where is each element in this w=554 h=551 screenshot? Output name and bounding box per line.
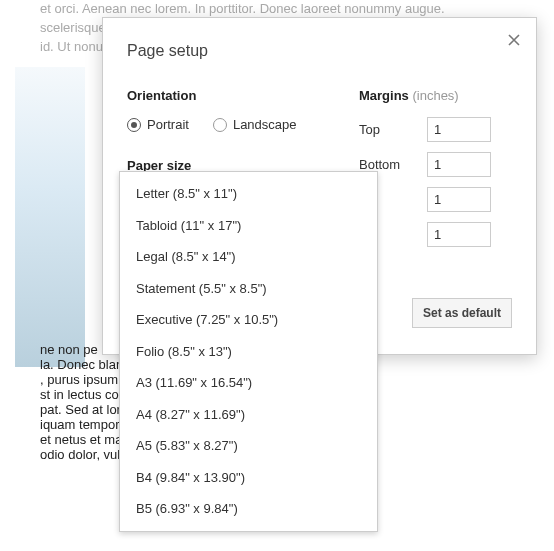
paper-size-option[interactable]: Executive (7.25" x 10.5") bbox=[120, 304, 377, 336]
radio-landscape[interactable]: Landscape bbox=[213, 117, 297, 132]
radio-icon bbox=[213, 118, 227, 132]
margin-bottom-input[interactable] bbox=[427, 152, 491, 177]
margins-label: Margins (inches) bbox=[359, 88, 512, 103]
doc-image bbox=[15, 67, 85, 367]
paper-size-option[interactable]: A4 (8.27" x 11.69") bbox=[120, 399, 377, 431]
paper-size-option[interactable]: Tabloid (11" x 17") bbox=[120, 210, 377, 242]
paper-size-option[interactable]: A5 (5.83" x 8.27") bbox=[120, 430, 377, 462]
close-icon bbox=[506, 32, 522, 48]
dialog-title: Page setup bbox=[127, 42, 512, 60]
close-button[interactable] bbox=[506, 32, 522, 48]
paper-size-option[interactable]: B4 (9.84" x 13.90") bbox=[120, 462, 377, 494]
radio-portrait[interactable]: Portrait bbox=[127, 117, 189, 132]
paper-size-option[interactable]: A3 (11.69" x 16.54") bbox=[120, 367, 377, 399]
paper-size-option[interactable]: Statement (5.5" x 8.5") bbox=[120, 273, 377, 305]
paper-size-option[interactable]: Letter (8.5" x 11") bbox=[120, 178, 377, 210]
radio-label: Landscape bbox=[233, 117, 297, 132]
paper-size-option[interactable]: Folio (8.5" x 13") bbox=[120, 336, 377, 368]
margin-top-label: Top bbox=[359, 122, 419, 137]
margin-bottom-label: Bottom bbox=[359, 157, 419, 172]
orientation-label: Orientation bbox=[127, 88, 339, 103]
paper-size-option[interactable]: Legal (8.5" x 14") bbox=[120, 241, 377, 273]
paper-size-option[interactable]: B5 (6.93" x 9.84") bbox=[120, 493, 377, 525]
radio-label: Portrait bbox=[147, 117, 189, 132]
margin-right-input[interactable] bbox=[427, 222, 491, 247]
margin-left-input[interactable] bbox=[427, 187, 491, 212]
margins-text: Margins bbox=[359, 88, 409, 103]
set-as-default-button[interactable]: Set as default bbox=[412, 298, 512, 328]
margins-unit: (inches) bbox=[409, 88, 459, 103]
radio-icon bbox=[127, 118, 141, 132]
paper-size-dropdown[interactable]: Letter (8.5" x 11")Tabloid (11" x 17")Le… bbox=[119, 171, 378, 532]
margin-top-input[interactable] bbox=[427, 117, 491, 142]
